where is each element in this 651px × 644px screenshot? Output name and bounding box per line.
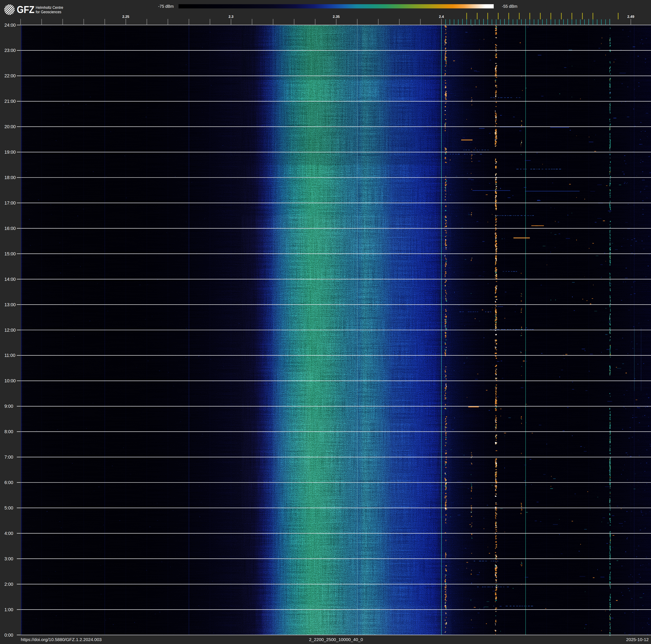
svg-text:15:00: 15:00 xyxy=(4,252,16,257)
svg-text:20:00: 20:00 xyxy=(4,124,16,129)
svg-text:14:00: 14:00 xyxy=(4,277,16,282)
svg-text:3:00: 3:00 xyxy=(4,556,13,561)
svg-text:9:00: 9:00 xyxy=(4,404,13,409)
svg-text:2025-10-12: 2025-10-12 xyxy=(626,637,649,642)
svg-text:-55 dBm: -55 dBm xyxy=(502,4,518,9)
svg-text:19:00: 19:00 xyxy=(4,150,16,155)
svg-text:2.25: 2.25 xyxy=(122,15,129,19)
svg-text:8:00: 8:00 xyxy=(4,429,13,434)
svg-text:2.49: 2.49 xyxy=(627,15,634,19)
svg-text:Helmholtz Centre: Helmholtz Centre xyxy=(36,5,63,10)
svg-text:12:00: 12:00 xyxy=(4,328,16,333)
svg-text:0:00: 0:00 xyxy=(4,633,13,638)
svg-text:18:00: 18:00 xyxy=(4,175,16,180)
svg-text:2:00: 2:00 xyxy=(4,582,13,587)
svg-text:16:00: 16:00 xyxy=(4,226,16,231)
svg-text:23:00: 23:00 xyxy=(4,48,16,53)
svg-text:13:00: 13:00 xyxy=(4,302,16,307)
svg-text:4:00: 4:00 xyxy=(4,531,13,536)
svg-text:21:00: 21:00 xyxy=(4,99,16,104)
svg-text:2_2200_2500_10000_40_0: 2_2200_2500_10000_40_0 xyxy=(309,637,363,642)
svg-text:11:00: 11:00 xyxy=(4,353,15,358)
svg-text:6:00: 6:00 xyxy=(4,480,13,485)
svg-text:2.4: 2.4 xyxy=(439,15,444,19)
svg-text:22:00: 22:00 xyxy=(4,74,16,79)
svg-text:5:00: 5:00 xyxy=(4,505,13,510)
svg-text:GFZ: GFZ xyxy=(17,4,34,15)
svg-text:17:00: 17:00 xyxy=(4,201,16,206)
svg-text:7:00: 7:00 xyxy=(4,455,13,460)
svg-text:10:00: 10:00 xyxy=(4,378,16,383)
svg-text:1:00: 1:00 xyxy=(4,607,13,612)
svg-text:2.35: 2.35 xyxy=(333,15,340,19)
svg-text:24:00: 24:00 xyxy=(4,23,16,28)
svg-text:2.3: 2.3 xyxy=(228,15,234,19)
svg-text:for Geosciences: for Geosciences xyxy=(36,10,61,14)
svg-text:-75 dBm: -75 dBm xyxy=(158,4,174,9)
svg-text:https://doi.org/10.5880/GFZ.1.: https://doi.org/10.5880/GFZ.1.2.2024.003 xyxy=(21,637,102,642)
